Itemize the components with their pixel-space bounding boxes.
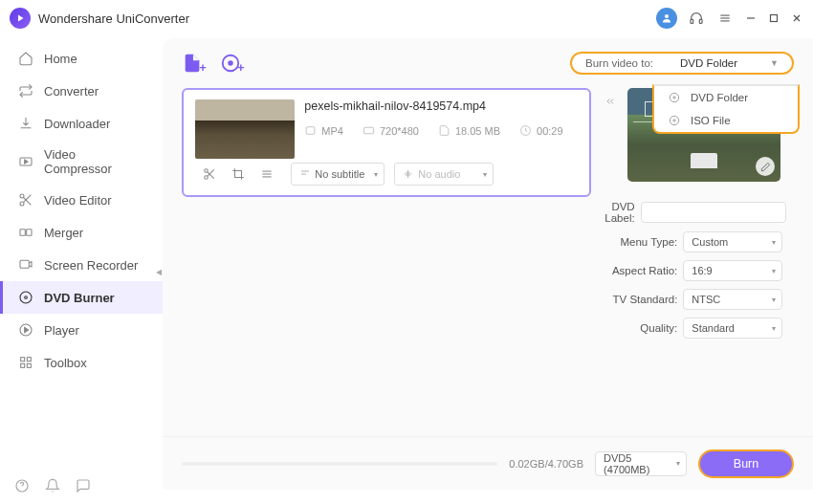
add-disc-button[interactable]: + — [220, 53, 245, 75]
minimize-button[interactable] — [744, 11, 758, 25]
file-resolution: 720*480 — [380, 125, 419, 137]
menu-icon[interactable] — [715, 9, 735, 28]
progress-text: 0.02GB/4.70GB — [509, 458, 583, 470]
progress-bar — [182, 462, 497, 466]
template-prev-button[interactable] — [604, 88, 622, 111]
svg-point-12 — [20, 202, 24, 206]
user-badge[interactable] — [656, 8, 677, 29]
sidebar-item-label: Video Compressor — [44, 147, 145, 176]
iso-icon — [668, 114, 681, 127]
file-name: pexels-mikhail-nilov-8419574.mp4 — [304, 99, 578, 113]
titlebar: Wondershare UniConverter — [0, 0, 813, 36]
sidebar-item-label: Screen Recorder — [44, 258, 138, 273]
svg-rect-31 — [306, 127, 315, 135]
add-file-button[interactable]: + — [182, 53, 207, 75]
template-edit-button[interactable] — [756, 157, 775, 176]
svg-rect-16 — [27, 230, 32, 236]
sidebar-collapse-handle[interactable]: ◀ — [154, 264, 164, 279]
svg-point-34 — [205, 169, 209, 173]
burn-target-option-iso[interactable]: ISO File — [654, 109, 798, 132]
burn-label: Burn — [734, 457, 758, 471]
option-label: DVD Folder — [691, 92, 748, 103]
svg-rect-2 — [699, 19, 702, 23]
crop-button[interactable] — [224, 163, 253, 186]
quality-value: Standard — [692, 322, 735, 334]
subtitle-value: No subtitle — [315, 168, 364, 180]
sidebar-item-editor[interactable]: Video Editor — [0, 184, 163, 216]
trim-button[interactable] — [195, 163, 224, 186]
toolbar: + + Burn video to: DVD Folder ▼ DVD Fold… — [163, 38, 813, 84]
headphones-icon[interactable] — [687, 9, 706, 28]
svg-point-27 — [670, 93, 678, 101]
sidebar: Home Converter Downloader Video Compress… — [0, 36, 163, 490]
converter-icon — [17, 82, 34, 99]
toolbox-icon — [17, 354, 34, 371]
sidebar-item-label: Toolbox — [44, 356, 87, 370]
svg-point-28 — [673, 97, 675, 99]
scissors-icon — [17, 191, 34, 208]
burn-target-select[interactable]: Burn video to: DVD Folder ▼ — [570, 52, 794, 75]
svg-rect-23 — [21, 363, 25, 367]
disc-value: DVD5 (4700MB) — [604, 452, 669, 475]
help-button[interactable] — [13, 477, 31, 494]
dvd-label-input[interactable] — [641, 202, 786, 223]
maximize-button[interactable] — [767, 11, 780, 25]
compressor-icon — [17, 153, 34, 170]
subtitle-select[interactable]: No subtitle — [291, 163, 385, 186]
sidebar-item-label: Converter — [44, 84, 99, 99]
disc-icon — [17, 289, 34, 306]
play-icon — [17, 321, 34, 339]
footer: 0.02GB/4.70GB DVD5 (4700MB) Burn — [163, 436, 813, 490]
option-label: ISO File — [691, 115, 731, 126]
sidebar-item-dvdburner[interactable]: DVD Burner — [0, 281, 163, 314]
svg-point-18 — [20, 292, 32, 303]
merger-icon — [17, 224, 34, 241]
close-button[interactable] — [790, 11, 803, 25]
sidebar-item-compressor[interactable]: Video Compressor — [0, 140, 163, 184]
sidebar-item-merger[interactable]: Merger — [0, 216, 163, 249]
home-icon — [17, 50, 34, 67]
sidebar-item-downloader[interactable]: Downloader — [0, 107, 163, 140]
menu-type-select[interactable]: Custom — [683, 231, 782, 252]
notifications-button[interactable] — [44, 477, 61, 494]
quality-label: Quality: — [604, 322, 677, 334]
size-icon — [438, 124, 450, 137]
aspect-ratio-value: 16:9 — [692, 265, 712, 276]
sidebar-item-converter[interactable]: Converter — [0, 75, 163, 107]
menu-type-value: Custom — [692, 236, 728, 248]
svg-point-29 — [670, 116, 678, 124]
quality-select[interactable]: Standard — [683, 318, 782, 339]
svg-point-11 — [20, 194, 24, 198]
resolution-icon — [363, 124, 375, 137]
svg-rect-22 — [27, 358, 31, 362]
content: + + Burn video to: DVD Folder ▼ DVD Fold… — [163, 38, 813, 490]
tv-standard-select[interactable]: NTSC — [683, 289, 782, 310]
sidebar-item-label: Video Editor — [44, 193, 112, 208]
file-card[interactable]: pexels-mikhail-nilov-8419574.mp4 MP4 720… — [182, 88, 591, 197]
app-logo — [10, 8, 31, 29]
sidebar-item-player[interactable]: Player — [0, 314, 163, 346]
sidebar-item-label: Home — [44, 52, 77, 66]
sidebar-item-label: Downloader — [44, 117, 110, 131]
sidebar-item-toolbox[interactable]: Toolbox — [0, 346, 163, 379]
file-duration: 00:29 — [537, 125, 563, 137]
audio-select[interactable]: No audio — [394, 163, 494, 186]
feedback-button[interactable] — [75, 477, 92, 494]
burn-target-option-folder[interactable]: DVD Folder — [654, 86, 798, 109]
menu-type-label: Menu Type: — [604, 236, 677, 248]
disc-type-select[interactable]: DVD5 (4700MB) — [595, 451, 687, 476]
svg-rect-17 — [20, 260, 29, 268]
recorder-icon — [17, 256, 34, 274]
svg-point-19 — [25, 296, 28, 299]
effects-button[interactable] — [253, 163, 281, 186]
aspect-ratio-select[interactable]: 16:9 — [683, 260, 782, 281]
sidebar-item-label: Merger — [44, 226, 83, 240]
sidebar-item-recorder[interactable]: Screen Recorder — [0, 249, 163, 281]
svg-rect-15 — [20, 230, 25, 236]
video-thumbnail — [195, 99, 295, 159]
chevron-down-icon: ▼ — [770, 58, 779, 68]
sidebar-item-label: Player — [44, 323, 79, 338]
aspect-ratio-label: Aspect Ratio: — [604, 265, 677, 276]
burn-button[interactable]: Burn — [698, 449, 794, 478]
sidebar-item-home[interactable]: Home — [0, 42, 163, 75]
